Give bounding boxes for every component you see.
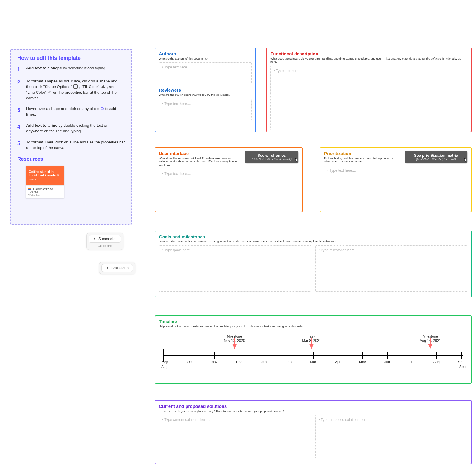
authors-title: Authors bbox=[159, 51, 252, 56]
see-prioritization-button[interactable]: See prioritization matrix (Hold Shift + … bbox=[405, 151, 467, 163]
timeline-marker[interactable]: TaskMar 8, 2021 bbox=[302, 334, 321, 349]
timeline-month-label: Oct bbox=[187, 360, 192, 364]
timeline-canvas[interactable]: SepOctNovDecJanFebMarAprMayJunJulAugSep … bbox=[159, 334, 467, 370]
goals-textbox[interactable]: • Type goals here.... bbox=[159, 245, 311, 292]
timeline-month-label: Dec bbox=[236, 360, 242, 364]
timeline-start-label: Aug bbox=[161, 365, 167, 369]
cursor-icon bbox=[294, 157, 300, 165]
timeline-month-label: Sep bbox=[162, 360, 168, 364]
milestones-textbox[interactable]: • Type milestones here.... bbox=[315, 245, 468, 292]
proposed-solutions-textbox[interactable]: • Type proposed solutions here.... bbox=[315, 415, 468, 458]
functional-title: Functional description bbox=[270, 51, 467, 56]
timeline-month-label: Feb bbox=[285, 360, 292, 364]
ai-pill-group-summarize: ✦ Summarize Customize bbox=[86, 233, 123, 250]
howto-steps: 1 Add text to a shape by selecting it an… bbox=[17, 65, 125, 151]
timeline-month-label: Jun bbox=[384, 360, 390, 364]
sparkle-icon: ✦ bbox=[106, 266, 109, 270]
howto-panel: How to edit this template 1 Add text to … bbox=[10, 49, 132, 225]
timeline-month-label: Nov bbox=[211, 360, 217, 364]
resources-heading: Resources bbox=[17, 156, 125, 162]
line-color-icon bbox=[47, 90, 51, 94]
functional-textbox[interactable]: • Type text here.... bbox=[270, 66, 467, 130]
sparkle-icon: ✦ bbox=[93, 237, 96, 241]
timeline-section[interactable]: Timeline Help visualize the major milest… bbox=[155, 315, 472, 384]
howto-step-5: To format lines, click on a line and use… bbox=[26, 140, 125, 151]
timeline-month-label: Sep bbox=[458, 360, 464, 364]
ui-textbox[interactable]: • Type text here.... bbox=[159, 169, 298, 206]
timeline-month-label: Aug bbox=[433, 360, 440, 364]
functional-section[interactable]: Functional description What does the sof… bbox=[266, 48, 472, 132]
current-solutions-textbox[interactable]: • Type current solutions here.... bbox=[159, 415, 311, 458]
resource-thumbnail: Getting started in Lucidchart in under 5… bbox=[26, 166, 64, 186]
sliders-icon bbox=[93, 245, 96, 248]
authors-section[interactable]: Authors Who are the authors of this docu… bbox=[155, 48, 256, 132]
timeline-month-label: Jul bbox=[410, 360, 414, 364]
prioritization-desc: Plot each story and feature on a matrix … bbox=[324, 156, 398, 163]
goals-section[interactable]: Goals and milestones What are the major … bbox=[155, 231, 472, 298]
solutions-desc: Is there an existing solution in place a… bbox=[159, 409, 467, 413]
solutions-title: Current and proposed solutions bbox=[159, 404, 467, 409]
lucidchart-icon bbox=[28, 188, 31, 190]
timeline-month-label: Jan bbox=[261, 360, 267, 364]
timeline-month-label: Apr bbox=[335, 360, 341, 364]
reviewers-title: Reviewers bbox=[159, 87, 252, 93]
authors-textbox[interactable]: • Type text here.... bbox=[159, 62, 252, 83]
ai-pill-group-brainstorm: ✦ Brainstorm bbox=[99, 262, 135, 274]
ui-desc: What does the software look like? Provid… bbox=[159, 156, 242, 167]
authors-desc: Who are the authors of this document? bbox=[159, 57, 252, 60]
timeline-month-label: May bbox=[359, 360, 366, 364]
reviewers-textbox[interactable]: • Type text here.... bbox=[159, 99, 252, 120]
goals-desc: What are the major goals your software i… bbox=[159, 240, 467, 243]
see-wireframes-button[interactable]: See wireframes (Hold Shift + ⌘ or Ctrl, … bbox=[245, 151, 298, 163]
resource-caption: Lucidchart Basic Tutorials Wistia, Inc. bbox=[26, 185, 64, 198]
reviewers-desc: Who are the stakeholders that will revie… bbox=[159, 93, 252, 96]
cursor-icon bbox=[463, 157, 469, 165]
howto-step-2: To format shapes as you'd like, click on… bbox=[26, 79, 125, 101]
brainstorm-button[interactable]: ✦ Brainstorm bbox=[101, 264, 133, 272]
fill-color-icon bbox=[101, 85, 105, 88]
timeline-desc: Help visualize the major milestones need… bbox=[159, 325, 467, 328]
solutions-section[interactable]: Current and proposed solutions Is there … bbox=[155, 400, 472, 464]
timeline-marker[interactable]: MilestoneNov 18, 2020 bbox=[224, 334, 245, 349]
timeline-end-label: Sep bbox=[459, 365, 466, 369]
summarize-button[interactable]: ✦ Summarize bbox=[89, 235, 121, 243]
goals-title: Goals and milestones bbox=[159, 234, 467, 239]
howto-step-1: Add text to a shape by selecting it and … bbox=[26, 65, 107, 73]
howto-step-3: Hover over a shape and click on any circ… bbox=[26, 106, 125, 118]
ui-section[interactable]: User interface What does the software lo… bbox=[155, 147, 303, 212]
resource-card[interactable]: Getting started in Lucidchart in under 5… bbox=[26, 166, 64, 199]
connection-point-icon bbox=[101, 107, 104, 110]
timeline-marker[interactable]: MilestoneAug 14, 2021 bbox=[420, 334, 441, 349]
customize-button[interactable]: Customize bbox=[88, 244, 122, 248]
timeline-month-label: Mar bbox=[310, 360, 316, 364]
functional-desc: What does the software do? Cover error h… bbox=[270, 57, 467, 64]
timeline-title: Timeline bbox=[159, 319, 467, 324]
shape-options-icon bbox=[73, 84, 78, 89]
howto-step-4: Add text to a line by double-clicking th… bbox=[26, 123, 125, 134]
howto-title: How to edit this template bbox=[17, 55, 125, 61]
prioritization-section[interactable]: Prioritization Plot each story and featu… bbox=[320, 147, 472, 212]
prioritization-textbox[interactable]: • Type text here.... bbox=[324, 166, 467, 203]
